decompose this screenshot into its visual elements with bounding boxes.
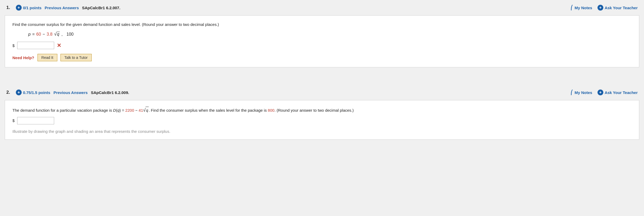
q2-ask-plus-icon: + <box>598 90 603 95</box>
q2-text-1: The demand function for a particular vac… <box>12 108 113 112</box>
q1-math-60: 60 <box>36 32 41 37</box>
q1-need-help-row: Need Help? Read It Talk to a Tutor <box>12 54 632 61</box>
question1-header: 1. + 0/1 points Previous Answers SApCalc… <box>0 0 644 15</box>
q2-dq-eq: = <box>121 108 125 112</box>
q2-minus: − <box>134 108 139 112</box>
q2-notes-icon: ⎛ <box>571 90 573 95</box>
q1-math-comma: , <box>61 32 62 37</box>
q2-number: 2. <box>6 90 13 95</box>
q2-sqrt: √q <box>143 106 149 114</box>
q1-prev-answers-link[interactable]: Previous Answers <box>45 6 79 10</box>
q1-need-help-label: Need Help? <box>12 55 34 60</box>
q1-math-p: p <box>28 32 31 37</box>
q2-text-2: . Find the consumer surplus when the sal… <box>149 108 268 112</box>
q2-sqrt-var: q <box>146 107 148 114</box>
q-separator <box>0 72 644 78</box>
q2-illustrate-text: Illustrate by drawing the graph and shad… <box>12 129 632 134</box>
q1-plus-icon: + <box>16 5 22 11</box>
q2-answer-input[interactable] <box>17 117 54 124</box>
q2-points-badge: + 0.75/1.5 points <box>16 90 50 95</box>
q1-talk-tutor-btn[interactable]: Talk to a Tutor <box>60 54 92 61</box>
q1-notes-icon: ⎛ <box>571 5 573 11</box>
q1-my-notes-btn[interactable]: ⎛ My Notes <box>571 5 592 11</box>
q1-my-notes-label: My Notes <box>575 6 592 10</box>
q1-math-equals: = <box>32 32 35 37</box>
q2-text-3: . (Round your answer to two decimal plac… <box>274 108 354 112</box>
q2-800: 800 <box>268 108 274 112</box>
q1-sqrt-symbol: √ <box>54 31 57 37</box>
q1-read-it-btn[interactable]: Read It <box>38 54 57 61</box>
q-separator2 <box>0 78 644 85</box>
q1-math-coeff: 3.8 <box>46 32 52 37</box>
q2-plus-icon: + <box>16 90 22 95</box>
question1-box: Find the consumer surplus for the given … <box>5 15 639 67</box>
q2-my-notes-label: My Notes <box>575 90 592 95</box>
q1-question-text: Find the consumer surplus for the given … <box>12 21 632 28</box>
q2-dq: D <box>113 108 116 112</box>
question2-box: The demand function for a particular vac… <box>5 100 639 140</box>
q2-my-notes-btn[interactable]: ⎛ My Notes <box>571 90 592 95</box>
q1-answer-input[interactable] <box>17 42 54 49</box>
q1-wrong-mark: ✕ <box>57 42 61 49</box>
q2-2200: 2200 <box>125 108 134 112</box>
q1-dollar-sign: $ <box>12 43 15 48</box>
q1-math-formula: p = 60 − 3.8 √q , 100 <box>28 31 632 37</box>
q2-ask-teacher-label: Ask Your Teacher <box>605 90 638 95</box>
q1-ask-teacher-btn[interactable]: + Ask Your Teacher <box>598 5 638 11</box>
q1-ask-plus-icon: + <box>598 5 603 11</box>
q2-input-row: $ <box>12 117 632 124</box>
q2-question-text: The demand function for a particular vac… <box>12 106 632 114</box>
q1-code: SApCalcBr1 6.2.007. <box>82 6 120 10</box>
q2-prev-answers-link[interactable]: Previous Answers <box>53 90 88 95</box>
q1-header-right: ⎛ My Notes + Ask Your Teacher <box>571 5 638 11</box>
question2-header: 2. + 0.75/1.5 points Previous Answers SA… <box>0 85 644 100</box>
q2-dq-q: q <box>117 108 119 112</box>
q1-input-row: $ ✕ <box>12 42 632 49</box>
q2-points: 0.75/1.5 points <box>23 90 50 95</box>
q2-coeff: 41 <box>139 108 143 112</box>
q1-points-badge: + 0/1 points <box>16 5 41 11</box>
q2-illustrate-label: Illustrate by drawing the graph and shad… <box>12 129 170 134</box>
q2-sqrt-symbol: √ <box>143 106 146 114</box>
q1-number: 1. <box>6 5 13 10</box>
q1-math-minus: − <box>43 32 45 37</box>
q2-code: SApCalcBr1 6.2.009. <box>91 90 129 95</box>
q1-sqrt-var: q <box>57 32 60 37</box>
q2-header-right: ⎛ My Notes + Ask Your Teacher <box>571 90 638 95</box>
q1-sqrt: √q <box>54 31 60 37</box>
q2-dollar-sign: $ <box>12 118 15 123</box>
q2-ask-teacher-btn[interactable]: + Ask Your Teacher <box>598 90 638 95</box>
q1-ask-teacher-label: Ask Your Teacher <box>605 6 638 10</box>
q1-points: 0/1 points <box>23 6 41 10</box>
q1-math-value: 100 <box>64 32 74 37</box>
